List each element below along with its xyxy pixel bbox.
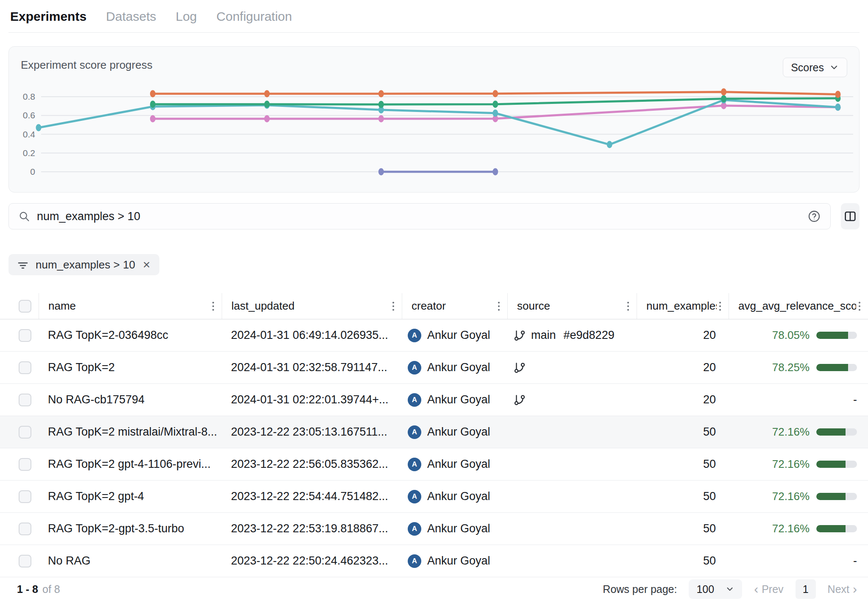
data-point-teal[interactable] bbox=[36, 124, 42, 131]
scores-dropdown-button[interactable]: Scores bbox=[783, 58, 847, 77]
rows-per-page-label: Rows per page: bbox=[603, 583, 677, 595]
column-header-source[interactable]: source bbox=[507, 293, 637, 319]
avatar: A bbox=[408, 393, 421, 407]
experiments-page: ExperimentsDatasetsLogConfiguration Expe… bbox=[0, 0, 868, 601]
tab-datasets[interactable]: Datasets bbox=[106, 9, 156, 24]
select-all-checkbox[interactable] bbox=[19, 300, 31, 313]
row-checkbox[interactable] bbox=[19, 394, 31, 406]
row-checkbox[interactable] bbox=[19, 458, 31, 471]
score-percent: 72.16% bbox=[772, 490, 810, 503]
num-examples-value: 50 bbox=[637, 513, 729, 545]
score-percent: 72.16% bbox=[772, 522, 810, 535]
score-percent: 78.05% bbox=[772, 329, 810, 342]
data-point-green[interactable] bbox=[264, 101, 270, 108]
remove-filter-icon[interactable]: × bbox=[142, 258, 151, 271]
table-row[interactable]: RAG TopK=2 mistralai/Mixtral-8... 2023-1… bbox=[0, 416, 868, 448]
column-menu-icon[interactable] bbox=[390, 300, 397, 313]
filter-chip-row: num_examples > 10 × bbox=[8, 254, 860, 275]
row-select-cell bbox=[0, 384, 39, 416]
table-row[interactable]: RAG TopK=2 gpt-4 2023-12-22 22:54:44.751… bbox=[0, 481, 868, 513]
column-menu-icon[interactable] bbox=[495, 300, 502, 313]
score-bar bbox=[816, 493, 857, 500]
column-menu-icon[interactable] bbox=[717, 300, 723, 313]
data-point-green[interactable] bbox=[721, 95, 726, 102]
data-point-orange[interactable] bbox=[721, 88, 726, 95]
row-checkbox[interactable] bbox=[19, 426, 31, 439]
current-page-button[interactable]: 1 bbox=[796, 579, 816, 599]
tab-experiments[interactable]: Experiments bbox=[10, 9, 86, 24]
column-menu-icon[interactable] bbox=[856, 300, 863, 313]
row-checkbox[interactable] bbox=[19, 329, 31, 342]
table-row[interactable]: RAG TopK=2 2024-01-31 02:32:58.791147...… bbox=[0, 352, 868, 384]
table-row[interactable]: No RAG-cb175794 2024-01-31 02:22:01.3974… bbox=[0, 384, 868, 416]
data-point-purple[interactable] bbox=[492, 168, 498, 176]
creator-name: Ankur Goyal bbox=[427, 554, 490, 567]
column-header-num_examples[interactable]: num_examples bbox=[637, 293, 729, 319]
help-icon[interactable] bbox=[807, 210, 821, 223]
rows-per-page-value: 100 bbox=[696, 583, 714, 595]
experiment-name[interactable]: No RAG bbox=[39, 545, 222, 577]
experiment-name[interactable]: RAG TopK=2 bbox=[39, 352, 222, 383]
score-bar-fill bbox=[816, 332, 848, 339]
row-checkbox[interactable] bbox=[19, 555, 31, 567]
data-point-orange[interactable] bbox=[492, 90, 498, 97]
row-checkbox[interactable] bbox=[19, 490, 31, 503]
data-point-orange[interactable] bbox=[150, 90, 156, 97]
table-row[interactable]: RAG TopK=2-036498cc 2024-01-31 06:49:14.… bbox=[0, 319, 868, 352]
data-point-green[interactable] bbox=[492, 101, 498, 108]
row-checkbox[interactable] bbox=[19, 523, 31, 535]
data-point-orange[interactable] bbox=[264, 90, 270, 97]
data-point-teal[interactable] bbox=[607, 141, 612, 148]
data-point-pink[interactable] bbox=[150, 115, 156, 122]
experiment-name[interactable]: RAG TopK=2 gpt-4 bbox=[39, 481, 222, 512]
score-cell: - bbox=[729, 384, 868, 416]
commit-hash: #e9d8229 bbox=[564, 329, 615, 342]
column-menu-icon[interactable] bbox=[210, 300, 217, 313]
source-cell bbox=[507, 384, 637, 416]
rows-per-page-select[interactable]: 100 bbox=[689, 579, 742, 599]
row-range-current: 1 - 8 bbox=[17, 583, 38, 595]
data-point-teal[interactable] bbox=[835, 103, 841, 111]
avatar: A bbox=[408, 554, 421, 568]
column-header-last_updated[interactable]: last_updated bbox=[222, 293, 402, 319]
toggle-side-panel-button[interactable] bbox=[841, 203, 860, 229]
prev-page-button[interactable]: ‹Prev bbox=[754, 583, 783, 595]
last-updated-value: 2024-01-31 06:49:14.026935... bbox=[222, 319, 402, 351]
next-page-button[interactable]: Next› bbox=[828, 583, 857, 595]
search-box[interactable] bbox=[8, 203, 831, 229]
column-menu-icon[interactable] bbox=[625, 300, 632, 313]
tab-configuration[interactable]: Configuration bbox=[217, 9, 292, 24]
experiment-name[interactable]: RAG TopK=2-036498cc bbox=[39, 319, 222, 351]
score-bar bbox=[816, 461, 857, 468]
data-point-orange[interactable] bbox=[378, 90, 384, 97]
column-header-name[interactable]: name bbox=[39, 293, 222, 319]
search-input[interactable] bbox=[37, 210, 801, 223]
experiment-name[interactable]: RAG TopK=2 mistralai/Mixtral-8... bbox=[39, 416, 222, 448]
score-progress-chart[interactable]: 00.20.40.60.8 bbox=[9, 85, 860, 187]
column-header-label: avg_avg_relevance_score bbox=[738, 299, 856, 313]
experiment-name[interactable]: No RAG-cb175794 bbox=[39, 384, 222, 416]
experiment-name[interactable]: RAG TopK=2 gpt-4-1106-previ... bbox=[39, 448, 222, 480]
search-row bbox=[8, 203, 860, 229]
data-point-green[interactable] bbox=[150, 101, 156, 108]
table-row[interactable]: RAG TopK=2 gpt-4-1106-previ... 2023-12-2… bbox=[0, 448, 868, 481]
column-header-avg_avg_relevance_score[interactable]: avg_avg_relevance_score bbox=[729, 293, 868, 319]
data-point-teal[interactable] bbox=[492, 109, 498, 117]
row-checkbox[interactable] bbox=[19, 361, 31, 374]
tab-log[interactable]: Log bbox=[175, 9, 197, 24]
data-point-green[interactable] bbox=[378, 101, 384, 108]
creator-name: Ankur Goyal bbox=[427, 458, 490, 471]
data-point-pink[interactable] bbox=[378, 115, 384, 122]
git-branch-icon bbox=[513, 329, 526, 342]
source-cell: main #e9d8229 bbox=[507, 319, 637, 351]
data-point-orange[interactable] bbox=[835, 91, 841, 98]
experiment-name[interactable]: RAG TopK=2-gpt-3.5-turbo bbox=[39, 513, 222, 545]
filter-chip[interactable]: num_examples > 10 × bbox=[8, 254, 159, 275]
column-header-creator[interactable]: creator bbox=[402, 293, 507, 319]
data-point-pink[interactable] bbox=[264, 115, 270, 122]
num-examples-value: 50 bbox=[637, 448, 729, 480]
table-row[interactable]: No RAG 2023-12-22 22:50:24.462323... A A… bbox=[0, 545, 868, 577]
avatar: A bbox=[408, 329, 421, 342]
data-point-purple[interactable] bbox=[378, 168, 384, 176]
table-row[interactable]: RAG TopK=2-gpt-3.5-turbo 2023-12-22 22:5… bbox=[0, 513, 868, 545]
